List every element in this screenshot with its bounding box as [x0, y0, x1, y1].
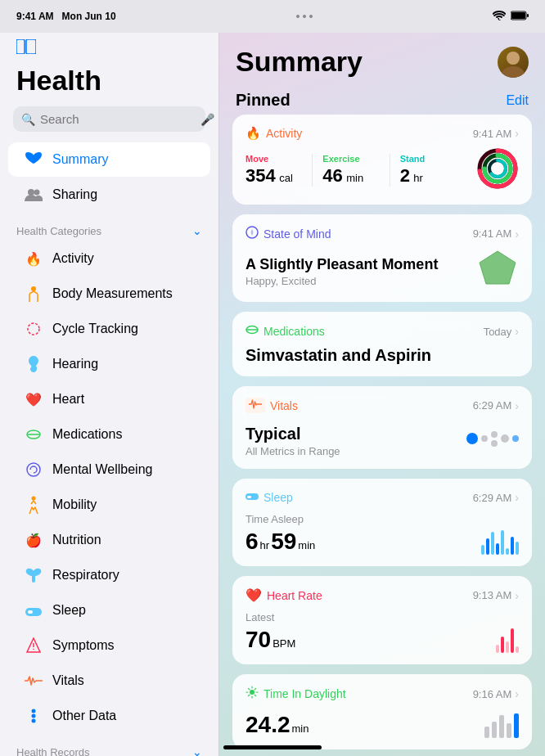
health-categories-header[interactable]: Health Categories ⌄	[0, 213, 218, 241]
sidebar: Health 🔍 🎤 Summary Sharing	[0, 33, 219, 756]
sidebar-item-cycle-tracking[interactable]: Cycle Tracking	[8, 312, 210, 346]
main-title: Summary	[236, 46, 363, 78]
body-measurements-icon	[25, 285, 43, 303]
hearing-icon	[25, 355, 43, 373]
heart-rate-card-icon: ❤️	[245, 587, 262, 603]
sidebar-item-hearing[interactable]: Hearing	[8, 347, 210, 381]
vitals-main-text: Typical	[245, 425, 340, 443]
sidebar-item-activity[interactable]: 🔥 Activity	[8, 241, 210, 276]
sleep-chevron: ›	[515, 491, 519, 504]
sleep-card[interactable]: Sleep 6:29 AM › Time Asleep 6 hr 59	[232, 479, 532, 566]
sleep-visual	[481, 525, 519, 555]
sidebar-item-vitals[interactable]: Vitals	[8, 664, 210, 698]
daylight-card[interactable]: Time In Daylight 9:16 AM › 24.2 min	[232, 674, 532, 749]
symptoms-label: Symptoms	[52, 638, 115, 653]
hr-bar-3	[506, 641, 509, 653]
dl-bar-4	[507, 723, 511, 738]
vitals-time: 6:29 AM ›	[473, 399, 519, 412]
sidebar-item-body-measurements[interactable]: Body Measurements	[8, 277, 210, 311]
app-title: Health	[0, 61, 218, 106]
summary-label: Summary	[52, 152, 108, 167]
svg-rect-4	[26, 39, 36, 54]
heart-rate-chevron: ›	[515, 589, 519, 602]
exercise-value-wrap: 46 min	[322, 165, 379, 187]
sidebar-item-summary[interactable]: Summary	[8, 142, 210, 177]
sidebar-item-respiratory[interactable]: Respiratory	[8, 558, 210, 592]
avatar[interactable]	[498, 47, 529, 78]
sidebar-item-mental-wellbeing[interactable]: Mental Wellbeing	[8, 452, 210, 487]
sleep-hours: 6	[245, 529, 259, 555]
sidebar-item-sleep[interactable]: Sleep	[8, 593, 210, 628]
health-records-label: Health Records	[16, 746, 90, 757]
svg-point-28	[502, 66, 525, 78]
svg-rect-2	[527, 14, 529, 17]
svg-point-6	[34, 190, 40, 196]
svg-point-17	[32, 709, 36, 713]
activity-card-header: 🔥 Activity 9:41 AM ›	[245, 126, 519, 141]
mobility-label: Mobility	[52, 497, 97, 512]
activity-card-icon: 🔥	[245, 126, 261, 141]
heart-rate-card[interactable]: ❤️ Heart Rate 9:13 AM › Latest 70 BPM	[232, 576, 532, 664]
activity-card-time: 9:41 AM ›	[473, 127, 519, 140]
sleep-title-wrap: Sleep	[245, 490, 293, 505]
state-of-mind-icon	[245, 226, 259, 241]
sleep-time: 6:29 AM ›	[473, 491, 519, 504]
daylight-body: 24.2 min	[245, 709, 519, 738]
stand-stat: Stand 2 hr	[400, 154, 466, 187]
sleep-card-title: Sleep	[263, 491, 293, 504]
activity-stats: Move 354 cal Exercise 46 min	[245, 154, 476, 187]
svg-point-5	[28, 189, 34, 196]
medications-card[interactable]: Medications Today › Simvastatin and Aspi…	[232, 312, 532, 376]
mic-icon[interactable]: 🎤	[200, 113, 214, 126]
sidebar-item-sharing[interactable]: Sharing	[8, 178, 210, 212]
activity-rings	[476, 147, 519, 193]
hr-bar-1	[496, 645, 499, 653]
heart-rate-time: 9:13 AM ›	[473, 589, 519, 602]
medications-header: Medications Today ›	[245, 323, 519, 340]
respiratory-icon	[25, 566, 43, 584]
sidebar-item-other-data[interactable]: Other Data	[8, 699, 210, 733]
activity-icon: 🔥	[25, 250, 43, 268]
search-bar[interactable]: 🔍 🎤	[13, 106, 205, 132]
heart-rate-value: 70	[245, 627, 271, 653]
edit-button[interactable]: Edit	[506, 93, 529, 108]
svg-rect-3	[16, 39, 25, 54]
mental-wellbeing-label: Mental Wellbeing	[52, 462, 152, 477]
sleep-body: Time Asleep 6 hr 59 min	[245, 511, 519, 555]
vitals-label: Vitals	[52, 673, 84, 688]
hearing-label: Hearing	[52, 357, 98, 371]
sleep-bar-3	[491, 532, 494, 555]
sidebar-collapse-icon[interactable]	[0, 33, 218, 61]
vitals-card[interactable]: Vitals 6:29 AM › Typical All Metrics in …	[232, 386, 532, 469]
search-input[interactable]	[40, 112, 196, 126]
search-icon: 🔍	[21, 113, 35, 126]
sidebar-item-nutrition[interactable]: 🍎 Nutrition	[8, 523, 210, 557]
activity-card[interactable]: 🔥 Activity 9:41 AM › Move 354	[232, 115, 532, 205]
health-records-header[interactable]: Health Records ⌄	[0, 734, 218, 756]
vitals-dot-4	[491, 440, 498, 447]
svg-point-19	[32, 719, 36, 723]
vitals-subtitle: All Metrics in Range	[245, 445, 340, 457]
cycle-tracking-label: Cycle Tracking	[52, 322, 138, 336]
vitals-card-title: Vitals	[270, 399, 298, 412]
daylight-value-wrap: 24.2 min	[245, 712, 309, 738]
vitals-dot-group	[491, 431, 498, 447]
sleep-minutes-unit: min	[298, 539, 315, 551]
sidebar-item-heart[interactable]: ❤️ Heart	[8, 382, 210, 416]
sleep-bar-7	[511, 537, 514, 555]
activity-label: Activity	[52, 251, 94, 266]
status-bar: 9:41 AM Mon Jun 10	[0, 0, 545, 33]
state-of-mind-card[interactable]: State of Mind 9:41 AM › A Slightly Pleas…	[232, 214, 532, 302]
app-container: Health 🔍 🎤 Summary Sharing	[0, 33, 545, 756]
sleep-bar-1	[481, 545, 484, 555]
vitals-dot-2	[481, 435, 488, 442]
sidebar-item-medications[interactable]: Medications	[8, 417, 210, 452]
sidebar-scroll: Summary Sharing Health Categories ⌄ 🔥 Ac…	[0, 142, 218, 756]
sidebar-item-symptoms[interactable]: Symptoms	[8, 628, 210, 663]
wifi-icon	[493, 11, 506, 23]
pinned-section-header: Pinned Edit	[232, 84, 532, 115]
sidebar-item-mobility[interactable]: Mobility	[8, 488, 210, 522]
vitals-title-wrap: Vitals	[245, 398, 298, 413]
other-data-label: Other Data	[52, 709, 116, 723]
state-of-mind-chevron: ›	[515, 227, 519, 241]
